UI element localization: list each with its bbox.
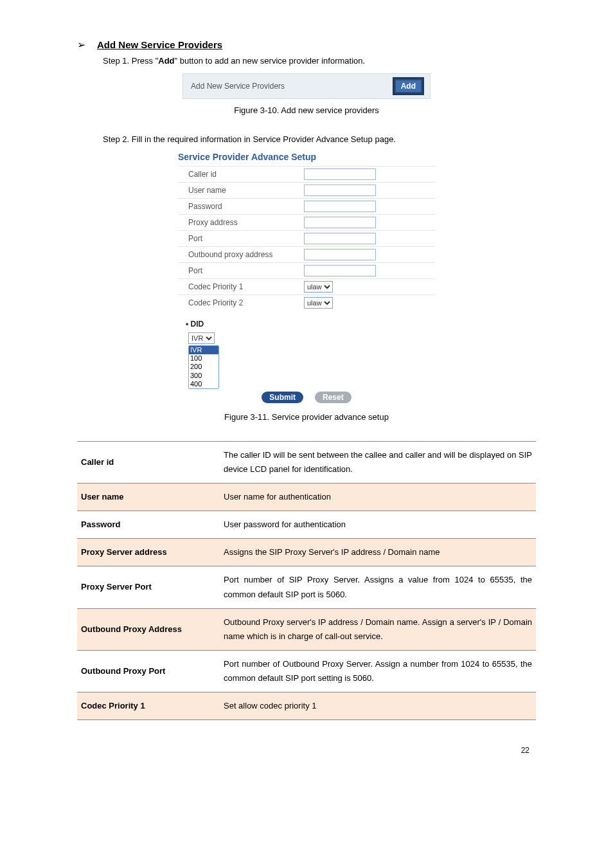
advance-setup-panel: Service Provider Advance Setup Caller id… [178, 152, 435, 406]
add-provider-label: Add New Service Providers [191, 82, 285, 91]
row-user-name: User name [178, 182, 435, 198]
label-outbound-proxy: Outbound proxy address [178, 250, 304, 259]
param-key: Proxy Server address [77, 539, 220, 566]
did-option-1[interactable]: 100 [189, 354, 218, 363]
did-option-4[interactable]: 400 [189, 380, 218, 388]
table-row: PasswordUser password for authentication [77, 511, 536, 539]
input-proxy-address[interactable] [304, 217, 376, 228]
label-port1: Port [178, 234, 304, 243]
table-row: Proxy Server addressAssigns the SIP Prox… [77, 539, 536, 566]
param-desc: Set allow codec priority 1 [220, 692, 536, 719]
input-port1[interactable] [304, 233, 376, 244]
label-port2: Port [178, 266, 304, 275]
label-codec1: Codec Priority 1 [178, 282, 304, 291]
param-desc: Port number of Outbound Proxy Server. As… [220, 650, 536, 692]
row-codec1: Codec Priority 1 ulaw [178, 278, 435, 294]
figure-caption-2: Figure 3-11. Service provider advance se… [77, 412, 536, 422]
row-port2: Port [178, 262, 435, 278]
step-2: Step 2. Fill in the required information… [103, 134, 536, 144]
did-option-3[interactable]: 300 [189, 372, 218, 380]
param-key: User name [77, 484, 220, 511]
row-proxy-address: Proxy address [178, 214, 435, 230]
table-row: Outbound Proxy AddressOutbound Proxy ser… [77, 608, 536, 650]
did-listbox[interactable]: IVR 100 200 300 400 [188, 345, 219, 389]
input-port2[interactable] [304, 265, 376, 276]
label-caller-id: Caller id [178, 170, 304, 179]
label-codec2: Codec Priority 2 [178, 298, 304, 307]
param-key: Outbound Proxy Address [77, 608, 220, 650]
param-desc: The caller ID will be sent between the c… [220, 441, 536, 483]
did-option-0[interactable]: IVR [189, 346, 218, 354]
advance-title: Service Provider Advance Setup [178, 152, 435, 162]
row-codec2: Codec Priority 2 ulaw [178, 294, 435, 311]
row-outbound-proxy: Outbound proxy address [178, 246, 435, 262]
input-caller-id[interactable] [304, 168, 376, 180]
step-1-pre: Step 1. Press " [103, 56, 158, 66]
param-desc: User name for authentication [220, 484, 536, 511]
param-desc: Outbound Proxy server's IP address / Dom… [220, 608, 536, 650]
table-row: Caller idThe caller ID will be sent betw… [77, 441, 536, 483]
step-1-bold: Add [158, 56, 174, 66]
row-password: Password [178, 198, 435, 214]
add-button[interactable]: Add [395, 79, 422, 93]
step-1-post: " button to add an new service provider … [175, 56, 366, 66]
label-proxy-address: Proxy address [178, 218, 304, 227]
param-desc: Port number of SIP Proxy Server. Assigns… [220, 566, 536, 608]
select-codec2[interactable]: ulaw [304, 297, 333, 309]
step-1: Step 1. Press "Add" button to add an new… [103, 56, 536, 66]
table-row: User nameUser name for authentication [77, 484, 536, 511]
param-key: Proxy Server Port [77, 566, 220, 608]
param-key: Caller id [77, 441, 220, 483]
param-key: Outbound Proxy Port [77, 650, 220, 692]
param-key: Password [77, 511, 220, 539]
did-dropdown[interactable]: IVR [188, 332, 215, 344]
label-password: Password [178, 202, 304, 211]
parameter-table: Caller idThe caller ID will be sent betw… [77, 441, 536, 720]
submit-button[interactable]: Submit [262, 392, 303, 403]
row-caller-id: Caller id [178, 166, 435, 182]
reset-button[interactable]: Reset [315, 392, 351, 403]
did-option-2[interactable]: 200 [189, 363, 218, 371]
input-password[interactable] [304, 201, 376, 212]
input-outbound-proxy[interactable] [304, 249, 376, 260]
param-key: Codec Priority 1 [77, 692, 220, 719]
table-row: Codec Priority 1Set allow codec priority… [77, 692, 536, 719]
param-desc: Assigns the SIP Proxy Server's IP addres… [220, 539, 536, 566]
label-user-name: User name [178, 186, 304, 195]
bullet-arrow-icon: ➢ [77, 39, 85, 51]
select-codec1[interactable]: ulaw [304, 281, 333, 293]
button-row: Submit Reset [178, 392, 435, 406]
add-provider-panel: Add New Service Providers Add [182, 73, 431, 99]
row-port1: Port [178, 230, 435, 246]
table-row: Outbound Proxy PortPort number of Outbou… [77, 650, 536, 692]
figure-caption-1: Figure 3-10. Add new service providers [77, 105, 536, 115]
table-row: Proxy Server PortPort number of SIP Prox… [77, 566, 536, 608]
input-user-name[interactable] [304, 185, 376, 196]
section-title: Add New Service Providers [97, 39, 222, 50]
param-desc: User password for authentication [220, 511, 536, 539]
did-heading: DID [186, 320, 435, 329]
section-heading: ➢ Add New Service Providers [77, 39, 536, 51]
page-number: 22 [77, 746, 536, 755]
